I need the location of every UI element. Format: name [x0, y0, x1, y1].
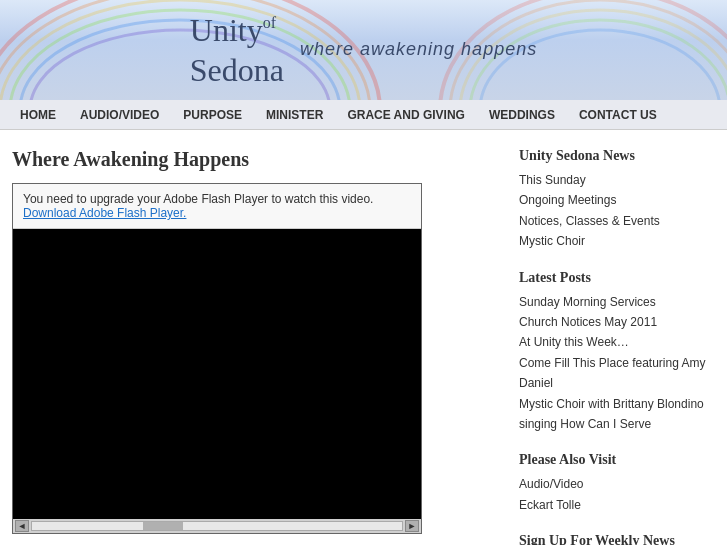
visit-title: Please Also Visit	[519, 452, 715, 468]
nav-item-audiovideo[interactable]: AUDIO/VIDEO	[68, 102, 171, 128]
visit-link-0[interactable]: Audio/Video	[519, 474, 715, 494]
posts-title: Latest Posts	[519, 270, 715, 286]
post-link-1[interactable]: Church Notices May 2011	[519, 312, 715, 332]
scroll-thumb	[143, 522, 183, 530]
navigation: HOME AUDIO/VIDEO PURPOSE MINISTER GRACE …	[0, 100, 727, 130]
signup-title: Sign Up For Weekly News	[519, 533, 715, 545]
news-link-1[interactable]: Ongoing Meetings	[519, 190, 715, 210]
nav-item-contactus[interactable]: CONTACT US	[567, 102, 669, 128]
posts-section: Latest Posts Sunday Morning Services Chu…	[519, 270, 715, 435]
post-link-2[interactable]: At Unity this Week…	[519, 332, 715, 352]
news-title: Unity Sedona News	[519, 148, 715, 164]
nav-item-gracegiving[interactable]: GRACE AND GIVING	[335, 102, 477, 128]
logo-unity: Unity	[190, 12, 263, 48]
visit-link-1[interactable]: Eckart Tolle	[519, 495, 715, 515]
flash-notice-text: You need to upgrade your Adobe Flash Pla…	[23, 192, 373, 206]
scroll-right-button[interactable]: ►	[405, 520, 419, 532]
nav-item-weddings[interactable]: WEDDINGS	[477, 102, 567, 128]
page-title: Where Awakening Happens	[12, 148, 495, 171]
header: Unityof Sedona where awakening happens	[0, 0, 727, 100]
video-player: You need to upgrade your Adobe Flash Pla…	[12, 183, 422, 534]
sidebar: Unity Sedona News This Sunday Ongoing Me…	[507, 140, 727, 545]
nav-item-purpose[interactable]: PURPOSE	[171, 102, 254, 128]
signup-section: Sign Up For Weekly News * Email * First …	[519, 533, 715, 545]
nav-item-home[interactable]: HOME	[8, 102, 68, 128]
content-area: Where Awakening Happens You need to upgr…	[0, 140, 507, 545]
post-link-3[interactable]: Come Fill This Place featuring Amy Danie…	[519, 353, 715, 394]
post-link-5[interactable]: singing How Can I Serve	[519, 414, 715, 434]
scroll-left-button[interactable]: ◄	[15, 520, 29, 532]
nav-item-minister[interactable]: MINISTER	[254, 102, 335, 128]
logo-sedona: Sedona	[190, 52, 284, 88]
tagline: where awakening happens	[300, 40, 537, 61]
news-link-2[interactable]: Notices, Classes & Events	[519, 211, 715, 231]
news-link-0[interactable]: This Sunday	[519, 170, 715, 190]
logo-of: of	[263, 14, 276, 31]
header-content: Unityof Sedona where awakening happens	[190, 10, 537, 89]
post-link-0[interactable]: Sunday Morning Services	[519, 292, 715, 312]
post-link-4[interactable]: Mystic Choir with Brittany Blondino	[519, 394, 715, 414]
main-layout: Where Awakening Happens You need to upgr…	[0, 130, 727, 545]
news-section: Unity Sedona News This Sunday Ongoing Me…	[519, 148, 715, 252]
news-link-3[interactable]: Mystic Choir	[519, 231, 715, 251]
scroll-track[interactable]	[31, 521, 403, 531]
flash-download-link[interactable]: Download Adobe Flash Player.	[23, 206, 186, 220]
visit-section: Please Also Visit Audio/Video Eckart Tol…	[519, 452, 715, 515]
flash-notice: You need to upgrade your Adobe Flash Pla…	[13, 184, 421, 229]
video-scrollbar: ◄ ►	[13, 519, 421, 533]
logo: Unityof Sedona	[190, 10, 284, 89]
video-display	[13, 229, 421, 519]
